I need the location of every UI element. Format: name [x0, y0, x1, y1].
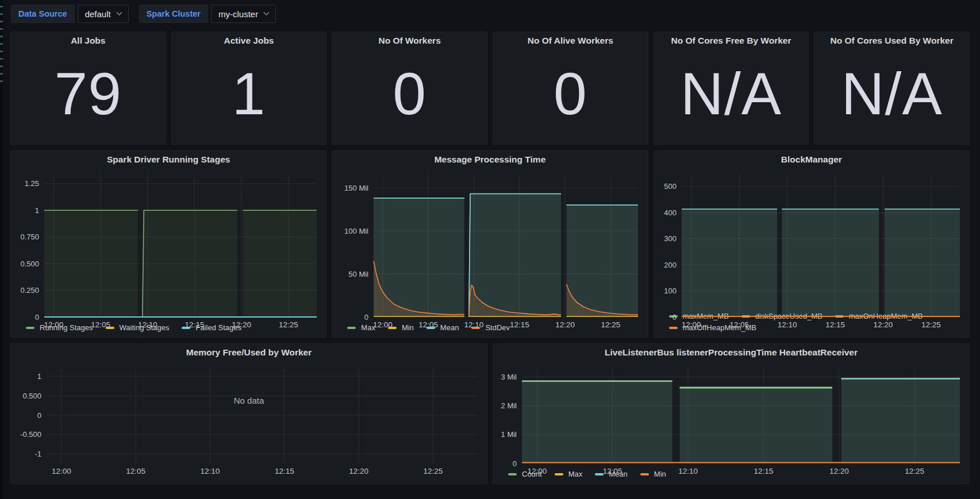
svg-text:12:15: 12:15	[275, 467, 294, 475]
chart-spark-driver-running-stages[interactable]: 00.2500.5000.75011.2512:0012:0512:1012:1…	[11, 168, 326, 322]
stat-value: N/A	[814, 44, 969, 144]
svg-text:12:00: 12:00	[527, 467, 547, 475]
stat-panel-no-of-workers: No Of Workers 0	[332, 32, 487, 145]
spark-cluster-label: Spark Cluster	[139, 5, 208, 23]
panel-message-processing-time: Message Processing Time 050 Mil100 Mil15…	[332, 150, 648, 338]
svg-text:12:00: 12:00	[44, 320, 63, 329]
svg-text:50 Mil: 50 Mil	[349, 270, 369, 278]
data-source-label: Data Source	[11, 5, 75, 23]
svg-text:12:25: 12:25	[424, 467, 443, 475]
svg-text:12:00: 12:00	[373, 320, 393, 329]
svg-text:12:20: 12:20	[873, 320, 893, 329]
svg-text:0.750: 0.750	[20, 233, 39, 241]
chart-memory-free-used-by-worker[interactable]: -1-0.50000.500112:0012:0512:1012:1512:20…	[11, 361, 487, 483]
svg-text:0: 0	[672, 313, 676, 322]
svg-text:400: 400	[664, 208, 677, 217]
svg-text:1 Mil: 1 Mil	[501, 430, 517, 439]
svg-text:12:10: 12:10	[777, 320, 797, 329]
stat-panel-all-jobs: All Jobs 79	[10, 32, 166, 145]
svg-text:100: 100	[664, 287, 677, 295]
svg-text:0: 0	[513, 459, 517, 468]
svg-text:1: 1	[35, 206, 39, 215]
svg-text:12:05: 12:05	[729, 320, 749, 329]
svg-text:1.25: 1.25	[25, 179, 39, 188]
svg-text:0: 0	[37, 411, 41, 420]
svg-text:500: 500	[664, 182, 677, 191]
stat-value: N/A	[654, 44, 809, 144]
svg-text:12:15: 12:15	[825, 320, 845, 329]
dashboard-content: All Jobs 79 Active Jobs 1 No Of Workers …	[0, 28, 980, 484]
panel-title: LiveListenerBus listenerProcessingTime H…	[493, 344, 969, 361]
svg-text:12:25: 12:25	[601, 320, 621, 329]
svg-text:12:10: 12:10	[201, 467, 220, 475]
svg-text:-1: -1	[34, 450, 41, 458]
spark-cluster-dropdown[interactable]: my-cluster	[211, 5, 276, 23]
stat-value: 0	[493, 44, 648, 144]
svg-text:12:25: 12:25	[921, 320, 941, 329]
svg-text:0.250: 0.250	[20, 286, 39, 295]
svg-text:12:10: 12:10	[138, 320, 157, 329]
stat-panel-active-jobs: Active Jobs 1	[171, 32, 327, 145]
window-edge-strip	[0, 0, 3, 499]
svg-text:12:15: 12:15	[754, 467, 774, 475]
bottom-charts-row: Memory Free/Used by Worker -1-0.50000.50…	[10, 343, 970, 484]
chart-livelistenerbus-heartbeatreceiver[interactable]: 01 Mil2 Mil3 Mil12:0012:0512:1012:1512:2…	[493, 361, 969, 469]
stat-value: 1	[172, 44, 326, 144]
svg-text:150 Mil: 150 Mil	[344, 184, 368, 192]
stat-panel-no-of-alive-workers: No Of Alive Workers 0	[493, 32, 648, 145]
panel-title: Message Processing Time	[332, 151, 647, 168]
svg-text:12:05: 12:05	[419, 320, 439, 329]
panel-blockmanager: BlockManager 010020030040050012:0012:051…	[654, 150, 970, 338]
stat-panel-cores-free-by-worker: No Of Cores Free By Worker N/A	[654, 32, 809, 145]
svg-text:0.500: 0.500	[22, 392, 41, 400]
panel-title: BlockManager	[654, 151, 969, 168]
svg-text:12:00: 12:00	[681, 320, 701, 329]
svg-text:12:20: 12:20	[232, 320, 251, 329]
svg-text:12:10: 12:10	[464, 320, 484, 329]
stat-value: 79	[11, 44, 166, 144]
panel-title: Spark Driver Running Stages	[11, 151, 326, 168]
data-source-value: default	[85, 9, 111, 19]
edge-marks	[0, 0, 3, 86]
variable-data-source: Data Source default	[11, 5, 129, 23]
middle-charts-row: Spark Driver Running Stages 00.2500.5000…	[10, 150, 970, 338]
panel-livelistenerbus-heartbeatreceiver: LiveListenerBus listenerProcessingTime H…	[493, 343, 970, 484]
svg-text:12:05: 12:05	[603, 467, 622, 475]
svg-text:0: 0	[35, 313, 39, 322]
svg-text:12:10: 12:10	[678, 467, 698, 475]
stat-value: 0	[332, 44, 487, 144]
chevron-down-icon	[116, 9, 122, 15]
svg-text:200: 200	[664, 261, 677, 269]
svg-text:12:20: 12:20	[349, 467, 368, 475]
chevron-down-icon	[264, 9, 270, 15]
variable-spark-cluster: Spark Cluster my-cluster	[139, 5, 276, 23]
svg-text:-0.500: -0.500	[20, 430, 41, 439]
svg-text:1: 1	[37, 372, 41, 381]
stats-row: All Jobs 79 Active Jobs 1 No Of Workers …	[10, 32, 970, 145]
svg-text:100 Mil: 100 Mil	[344, 227, 368, 235]
data-source-dropdown[interactable]: default	[78, 5, 129, 23]
svg-text:12:20: 12:20	[556, 320, 575, 329]
svg-text:2 Mil: 2 Mil	[501, 401, 517, 410]
svg-text:12:05: 12:05	[91, 320, 110, 329]
svg-text:0.500: 0.500	[20, 260, 39, 268]
stat-panel-cores-used-by-worker: No Of Cores Used By Worker N/A	[814, 32, 970, 145]
panel-title: Memory Free/Used by Worker	[11, 344, 487, 361]
svg-text:12:00: 12:00	[52, 467, 71, 475]
svg-text:3 Mil: 3 Mil	[501, 373, 517, 381]
svg-text:300: 300	[664, 234, 677, 243]
svg-text:12:05: 12:05	[126, 467, 145, 475]
panel-spark-driver-running-stages: Spark Driver Running Stages 00.2500.5000…	[10, 150, 326, 338]
dashboard-variables-bar: Data Source default Spark Cluster my-clu…	[0, 0, 980, 28]
svg-text:12:15: 12:15	[185, 320, 205, 329]
svg-text:12:25: 12:25	[905, 467, 924, 475]
svg-text:12:15: 12:15	[510, 320, 529, 329]
chart-message-processing-time[interactable]: 050 Mil100 Mil150 Mil12:0012:0512:1012:1…	[332, 168, 647, 322]
svg-text:12:25: 12:25	[279, 320, 298, 329]
svg-text:12:20: 12:20	[829, 467, 849, 475]
svg-text:0: 0	[364, 313, 368, 322]
spark-cluster-value: my-cluster	[218, 9, 258, 19]
chart-blockmanager[interactable]: 010020030040050012:0012:0512:1012:1512:2…	[654, 168, 969, 311]
panel-memory-free-used-by-worker: Memory Free/Used by Worker -1-0.50000.50…	[10, 343, 487, 484]
